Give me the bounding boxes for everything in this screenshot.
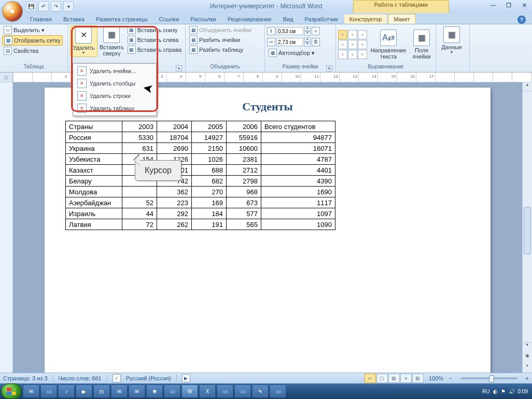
delete-rows-icon: ✕ — [77, 91, 87, 101]
tab-design[interactable]: Конструктор — [344, 15, 387, 24]
select-button[interactable]: ▭Выделить ▾ — [2, 25, 63, 35]
qat-redo[interactable]: ↷ — [51, 1, 61, 11]
status-page[interactable]: Страница: 3 из 3 — [3, 375, 48, 381]
insert-below-icon: ▦ — [128, 26, 136, 34]
view-web[interactable]: ▤ — [388, 374, 400, 383]
zoom-out[interactable]: − — [449, 375, 452, 381]
autofit-button[interactable]: ▦Автоподбор ▾ — [267, 48, 320, 58]
delete-columns[interactable]: ✕Удалить столбцы — [74, 77, 155, 90]
split-cells-button[interactable]: ▦Разбить ячейки — [188, 35, 253, 45]
tray-lang[interactable]: RU — [482, 389, 489, 394]
col-width-input[interactable] — [276, 38, 303, 46]
col-width[interactable]: ⇔▲▼≣ — [267, 37, 320, 47]
grid-icon: ▦ — [4, 36, 12, 45]
tab-view[interactable]: Вид — [278, 15, 299, 24]
tray-icon-3[interactable]: 🔊 — [509, 389, 515, 394]
tab-layout[interactable]: Макет — [388, 14, 415, 24]
vertical-scrollbar[interactable]: ▲ ▼ ◉ ▾ — [522, 82, 532, 373]
view-draft[interactable]: ▥ — [412, 374, 424, 383]
tb-app-2[interactable]: ▭ — [40, 384, 57, 398]
tray-time[interactable]: 0:09 — [518, 389, 528, 394]
tb-word[interactable]: W — [181, 384, 198, 398]
text-direction-button[interactable]: A⇄Направление текста — [369, 28, 408, 61]
tb-app-9[interactable]: ▭ — [164, 384, 180, 398]
delete-rows[interactable]: ✕Удалить строки — [74, 90, 155, 102]
quick-access-toolbar: 💾 ↶ ↷ ▾ — [26, 1, 74, 11]
tb-app-8[interactable]: ✱ — [146, 384, 163, 398]
tab-references[interactable]: Ссылки — [154, 15, 185, 24]
dialog-launcher-size-icon[interactable]: ⬊ — [326, 65, 332, 72]
tb-app-7[interactable]: ✉ — [129, 384, 145, 398]
prev-page-icon[interactable]: ◉ — [523, 353, 532, 361]
tb-excel[interactable]: X — [199, 384, 216, 398]
tab-developer[interactable]: Разработчик — [300, 15, 343, 24]
office-button[interactable]: ❖ — [2, 1, 23, 22]
view-outline[interactable]: ≡ — [400, 374, 412, 383]
insert-above-button[interactable]: ▦Вставить сверху — [99, 25, 125, 58]
tray-icon-1[interactable]: ◐ — [493, 389, 498, 394]
next-page-icon[interactable]: ▾ — [523, 363, 532, 372]
view-print-layout[interactable]: ▭ — [365, 374, 376, 383]
delete-cells[interactable]: ✕Удалить ячейки... — [74, 65, 155, 77]
data-table[interactable]: Страны2003200420052006Всего студентовРос… — [65, 121, 335, 230]
view-full-screen[interactable]: ▢ — [376, 374, 388, 383]
group-align-label: Выравнивание — [338, 64, 433, 72]
delete-table[interactable]: ✕Удалить таблицу — [74, 102, 155, 115]
ruler-corner[interactable]: ▢ — [0, 73, 13, 82]
delete-cols-icon: ✕ — [77, 79, 87, 88]
alignment-grid[interactable]: ≡≡≡ ≡≡≡ ≡≡≡ — [338, 30, 367, 59]
delete-icon: ✕ — [75, 27, 92, 44]
tb-app-1[interactable]: ✉ — [23, 384, 39, 398]
insert-below-button[interactable]: ▦Вставить снизу — [126, 25, 183, 35]
qat-undo[interactable]: ↶ — [38, 1, 49, 11]
group-data-label — [438, 64, 467, 72]
zoom-in[interactable]: + — [526, 375, 529, 381]
start-button[interactable] — [1, 383, 22, 399]
document-area[interactable]: Студенты Страны2003200420052006Всего сту… — [13, 82, 522, 373]
page[interactable]: Студенты Страны2003200420052006Всего сту… — [45, 88, 491, 373]
split-table-button[interactable]: ▦Разбить таблицу — [188, 45, 253, 54]
show-grid-button[interactable]: ▦Отобразить сетку — [2, 35, 63, 46]
zoom-slider[interactable] — [460, 377, 517, 379]
tab-insert[interactable]: Вставка — [58, 15, 90, 24]
status-words[interactable]: Число слов: 681 — [59, 375, 102, 381]
tb-app-6[interactable]: ✉ — [111, 384, 128, 398]
qat-save[interactable]: 💾 — [26, 1, 36, 11]
dialog-launcher-icon[interactable]: ⬊ — [176, 65, 182, 72]
tb-app-13[interactable]: ▭ — [270, 384, 286, 398]
close-button[interactable]: ✕ — [520, 1, 529, 9]
tray-icon-2[interactable]: ⚑ — [501, 389, 506, 394]
properties-button[interactable]: ▤Свойства — [2, 46, 63, 55]
restore-button[interactable]: ❐ — [504, 1, 513, 9]
tb-app-5[interactable]: 🗀 — [93, 384, 110, 398]
insert-right-button[interactable]: ▦Вставить справа — [126, 45, 183, 54]
row-height[interactable]: ⇕▲▼≡ — [267, 26, 320, 36]
zoom-label[interactable]: 100% — [429, 375, 443, 381]
scroll-thumb[interactable] — [524, 207, 531, 254]
tb-app-12[interactable]: ✎ — [252, 384, 269, 398]
data-button[interactable]: ▦Данные▾ — [438, 25, 465, 56]
delete-button[interactable]: ✕Удалить▾ — [70, 25, 97, 57]
tab-page-layout[interactable]: Разметка страницы — [91, 15, 153, 24]
width-icon: ⇔ — [267, 38, 275, 46]
help-button[interactable]: ? — [517, 16, 526, 24]
status-lang[interactable]: Русский (Россия) — [126, 375, 171, 381]
row-height-input[interactable] — [276, 27, 303, 35]
tb-app-3[interactable]: ♪ — [58, 384, 75, 398]
status-macro-icon[interactable]: ▶ — [182, 374, 190, 382]
tab-home[interactable]: Главная — [25, 15, 57, 24]
tb-app-4[interactable]: ▶ — [76, 384, 92, 398]
tb-app-10[interactable]: ▭ — [217, 384, 233, 398]
minimize-button[interactable]: — — [488, 1, 498, 9]
distribute-rows-icon[interactable]: ≡ — [312, 27, 320, 35]
scroll-down-icon[interactable]: ▼ — [523, 342, 532, 351]
tab-mailings[interactable]: Рассылки — [185, 15, 221, 24]
cell-margins-button[interactable]: ▦Поля ячейки — [410, 28, 433, 61]
distribute-cols-icon[interactable]: ≣ — [312, 38, 320, 46]
insert-left-button[interactable]: ▦Вставить слева — [126, 35, 183, 45]
status-spell-icon[interactable]: ✓ — [113, 374, 121, 382]
qat-more[interactable]: ▾ — [63, 1, 74, 11]
tab-review[interactable]: Рецензирование — [222, 15, 277, 24]
scroll-up-icon[interactable]: ▲ — [523, 82, 532, 91]
tb-app-11[interactable]: ▭ — [234, 384, 251, 398]
